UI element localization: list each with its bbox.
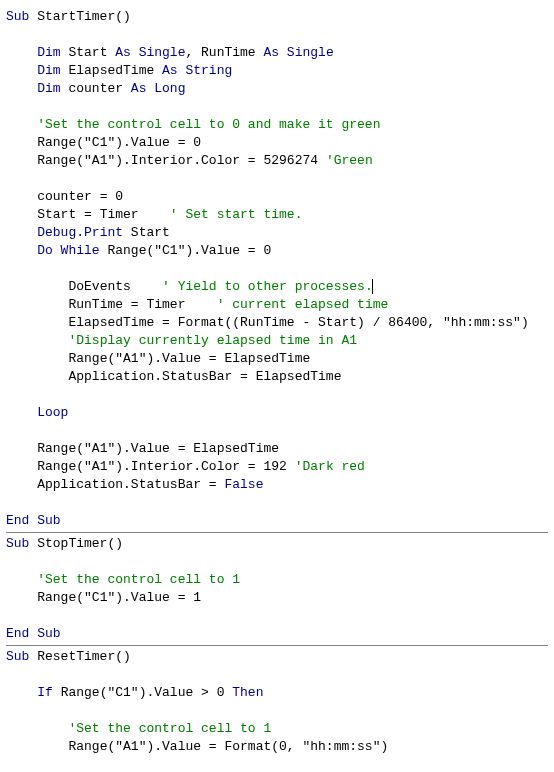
- code: StartTimer(): [29, 9, 130, 24]
- keyword: Dim: [37, 45, 60, 60]
- code-block: Sub StartTimer() Dim Start As Single, Ru…: [6, 8, 548, 772]
- keyword: False: [224, 477, 263, 492]
- keyword: Do While: [37, 243, 99, 258]
- code: , RunTime: [185, 45, 263, 60]
- code: Range("A1").Interior.Color = 5296274: [37, 153, 326, 168]
- keyword: Sub: [6, 649, 29, 664]
- code: Application.StatusBar = ElapsedTime: [68, 369, 341, 384]
- code: StopTimer(): [29, 536, 123, 551]
- code: Range("C1").Value = 0: [100, 243, 272, 258]
- keyword: As Single: [263, 45, 333, 60]
- keyword: As Long: [131, 81, 186, 96]
- code: Range("C1").Value > 0: [53, 685, 232, 700]
- code: counter = 0: [37, 189, 123, 204]
- comment: ' current elapsed time: [217, 297, 389, 312]
- keyword: Dim: [37, 81, 60, 96]
- keyword: Dim: [37, 63, 60, 78]
- code: Range("C1").Value = 1: [37, 590, 201, 605]
- separator: [6, 645, 548, 646]
- code: Range("A1").Value = ElapsedTime: [68, 351, 310, 366]
- code: DoEvents: [68, 279, 162, 294]
- keyword: Then: [232, 685, 263, 700]
- code: ElapsedTime = Format((RunTime - Start) /…: [68, 315, 528, 330]
- code: Range("A1").Interior.Color = 192: [37, 459, 294, 474]
- keyword: If: [37, 685, 53, 700]
- keyword: Debug: [37, 225, 76, 240]
- code: Start: [123, 225, 170, 240]
- comment: 'Dark red: [295, 459, 365, 474]
- code: Start = Timer: [37, 207, 170, 222]
- code: .: [76, 225, 84, 240]
- comment: 'Green: [326, 153, 373, 168]
- comment: 'Set the control cell to 0 and make it g…: [37, 117, 380, 132]
- comment: ' Yield to other processes.: [162, 279, 373, 294]
- code: Application.StatusBar =: [37, 477, 224, 492]
- keyword: Sub: [6, 9, 29, 24]
- code: RunTime = Timer: [68, 297, 216, 312]
- keyword: As Single: [115, 45, 185, 60]
- text-cursor: [372, 279, 373, 294]
- comment: 'Set the control cell to 1: [37, 572, 240, 587]
- code: ResetTimer(): [29, 649, 130, 664]
- comment: 'Display currently elapsed time in A1: [68, 333, 357, 348]
- code: counter: [61, 81, 131, 96]
- comment: 'Set the control cell to 1: [68, 721, 271, 736]
- code: Start: [61, 45, 116, 60]
- keyword: Loop: [37, 405, 68, 420]
- code: Range("A1").Value = ElapsedTime: [37, 441, 279, 456]
- code: Range("C1").Value = 0: [37, 135, 201, 150]
- comment: ' Set start time.: [170, 207, 303, 222]
- code: ElapsedTime: [61, 63, 162, 78]
- keyword: End Sub: [6, 626, 61, 641]
- keyword: Sub: [6, 536, 29, 551]
- code: Range("A1").Value = Format(0, "hh:mm:ss"…: [68, 739, 388, 754]
- keyword: End Sub: [6, 513, 61, 528]
- keyword: Print: [84, 225, 123, 240]
- keyword: As String: [162, 63, 232, 78]
- separator: [6, 532, 548, 533]
